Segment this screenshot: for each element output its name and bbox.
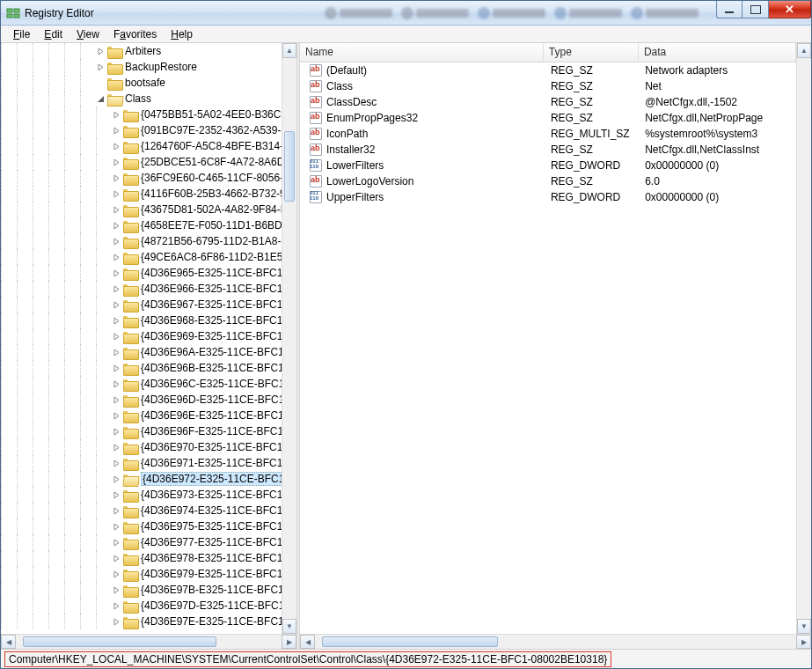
expander-icon[interactable] [112,205,121,215]
expander-icon[interactable] [112,189,121,199]
menu-file[interactable]: File [6,26,37,42]
tree-item[interactable]: Arbiters [1,43,296,59]
list-row[interactable]: LowerFiltersREG_DWORD0x00000000 (0) [300,158,796,173]
column-type[interactable]: Type [544,43,639,62]
expander-icon[interactable] [112,474,121,484]
registry-tree[interactable]: ArbitersBackupRestorebootsafeClass{0475B… [1,43,296,629]
expander-icon[interactable] [112,364,121,373]
list-row[interactable]: ClassDescREG_SZ@NetCfgx.dll,-1502 [300,94,796,110]
maximize-button[interactable] [743,1,769,18]
tree-vertical-scrollbar[interactable]: ▲ ▼ [282,43,296,634]
expander-icon[interactable] [96,47,106,56]
menu-favorites[interactable]: Favorites [106,26,164,42]
tree-item[interactable]: {4D36E979-E325-11CE-BFC1-0 [1,566,296,582]
tree-item[interactable]: {43675D81-502A-4A82-9F84-E [1,202,296,217]
scroll-thumb[interactable] [23,636,216,647]
expander-icon[interactable] [112,332,121,342]
expander-icon[interactable] [112,142,121,151]
expander-icon[interactable] [112,554,121,563]
list-row[interactable]: EnumPropPages32REG_SZNetCfgx.dll,NetProp… [300,110,796,126]
tree-item[interactable]: {4D36E97B-E325-11CE-BFC1-0 [1,582,296,598]
menu-edit[interactable]: Edit [37,26,69,42]
expander-icon[interactable] [112,110,121,120]
tree-item[interactable]: {4D36E975-E325-11CE-BFC1-0 [1,518,296,534]
expander-icon[interactable] [112,522,121,532]
expander-icon[interactable] [112,443,121,452]
expander-icon[interactable] [112,126,121,136]
tree-item[interactable]: Class [1,91,296,107]
expander-icon[interactable] [112,601,121,611]
tree-item[interactable]: {4D36E969-E325-11CE-BFC1-0 [1,328,296,344]
tree-item[interactable]: {4D36E971-E325-11CE-BFC1-0 [1,455,296,471]
tree-item[interactable]: bootsafe [1,75,296,91]
tree-item[interactable]: {49CE6AC8-6F86-11D2-B1E5-0 [1,249,296,265]
tree-item[interactable]: {0475BB51-5A02-4EE0-B36C-2 [1,107,296,122]
tree-item[interactable]: {091BC97E-2352-4362-A539-1 [1,122,296,138]
scroll-up-icon[interactable]: ▲ [282,43,296,58]
list-row[interactable]: Installer32REG_SZNetCfgx.dll,NetClassIns… [300,142,796,158]
scroll-right-icon[interactable]: ▶ [282,635,296,649]
list-pane[interactable]: Name Type Data (Default)REG_SZNetwork ad… [300,43,811,649]
expander-icon[interactable] [112,538,121,548]
titlebar[interactable]: Registry Editor ✕ [1,1,811,26]
tree-item[interactable]: {4D36E96F-E325-11CE-BFC1-0 [1,423,296,439]
expander-icon[interactable] [112,221,121,231]
expander-icon[interactable] [112,268,121,278]
expander-icon[interactable] [112,173,121,183]
tree-item[interactable]: {4D36E968-E325-11CE-BFC1-0 [1,312,296,328]
expander-icon[interactable] [96,62,106,72]
tree-item[interactable]: {4D36E978-E325-11CE-BFC1-0 [1,550,296,566]
tree-item[interactable]: {4D36E974-E325-11CE-BFC1-0 [1,503,296,518]
list-vertical-scrollbar[interactable]: ▲ ▼ [796,43,811,634]
expander-icon[interactable] [96,94,106,104]
tree-item[interactable]: {48721B56-6795-11D2-B1A8-0 [1,233,296,249]
tree-item[interactable]: {4D36E97E-E325-11CE-BFC1-0 [1,614,296,629]
list-row[interactable]: LowerLogoVersionREG_SZ6.0 [300,173,796,189]
expander-icon[interactable] [112,506,121,516]
expander-icon[interactable] [112,284,121,294]
expander-icon[interactable] [112,316,121,326]
tree-item[interactable]: {4D36E965-E325-11CE-BFC1-0 [1,265,296,281]
expander-icon[interactable] [112,395,121,405]
tree-item[interactable]: {1264760F-A5C8-4BFE-B314-D [1,138,296,154]
list-row[interactable]: (Default)REG_SZNetwork adapters [300,62,796,78]
tree-item[interactable]: {4D36E96D-E325-11CE-BFC1-0 [1,392,296,408]
list-row[interactable]: ClassREG_SZNet [300,78,796,94]
column-data[interactable]: Data [639,43,796,62]
expander-icon[interactable] [112,617,121,627]
tree-item[interactable]: {4D36E967-E325-11CE-BFC1-0 [1,297,296,312]
tree-item[interactable]: {25DBCE51-6C8F-4A72-8A6D- [1,154,296,170]
scroll-thumb[interactable] [322,636,498,647]
list-header[interactable]: Name Type Data [300,43,796,62]
expander-icon[interactable] [112,379,121,389]
expander-icon[interactable] [112,585,121,595]
scroll-left-icon[interactable]: ◀ [1,635,16,649]
tree-pane[interactable]: ArbitersBackupRestorebootsafeClass{0475B… [1,43,296,649]
tree-item[interactable]: {4D36E96B-E325-11CE-BFC1-0 [1,360,296,376]
expander-icon[interactable] [112,490,121,500]
tree-item[interactable]: {4D36E966-E325-11CE-BFC1-0 [1,281,296,297]
expander-icon[interactable] [112,411,121,421]
scroll-down-icon[interactable]: ▼ [797,619,811,634]
column-name[interactable]: Name [300,43,544,62]
tree-item[interactable]: {4D36E972-E325-11CE-BFC1-0 [1,471,296,487]
expander-icon[interactable] [112,253,121,262]
expander-icon[interactable] [112,459,121,468]
tree-item[interactable]: {4D36E970-E325-11CE-BFC1-0 [1,439,296,455]
expander-icon[interactable] [112,570,121,579]
list-body[interactable]: (Default)REG_SZNetwork adaptersClassREG_… [300,62,796,205]
tree-item[interactable]: {4D36E973-E325-11CE-BFC1-0 [1,487,296,503]
tree-item[interactable]: {4D36E96C-E325-11CE-BFC1-0 [1,376,296,392]
tree-item[interactable]: {4116F60B-25B3-4662-B732-99 [1,186,296,202]
list-row[interactable]: IconPathREG_MULTI_SZ%systemroot%\system3 [300,126,796,142]
scroll-down-icon[interactable]: ▼ [282,619,296,634]
scroll-right-icon[interactable]: ▶ [796,635,811,649]
menu-view[interactable]: View [69,26,106,42]
tree-item[interactable]: {4D36E96E-E325-11CE-BFC1-0 [1,408,296,423]
close-button[interactable]: ✕ [769,1,811,18]
tree-item[interactable]: {4658EE7E-F050-11D1-B6BD-0 [1,217,296,233]
scroll-thumb[interactable] [284,131,295,202]
expander-icon[interactable] [112,427,121,437]
expander-icon[interactable] [112,158,121,167]
scroll-up-icon[interactable]: ▲ [797,43,811,58]
